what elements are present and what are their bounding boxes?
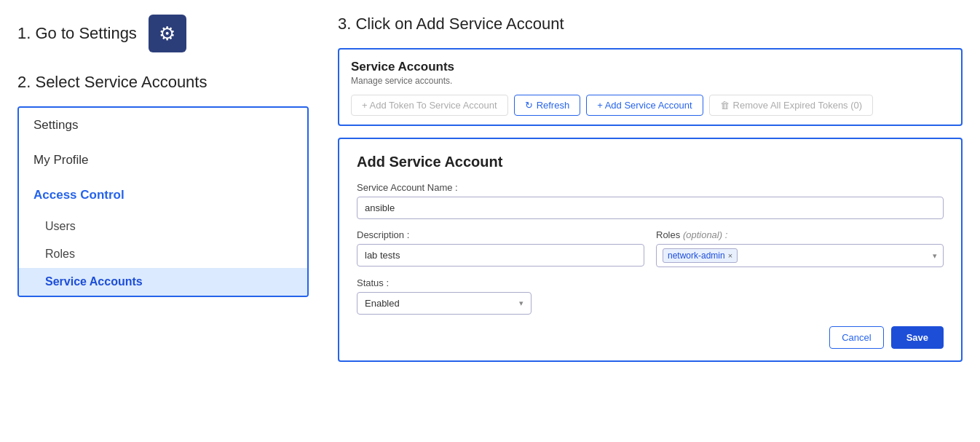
step-1: 1. Go to Settings ⚙	[17, 15, 309, 52]
refresh-button[interactable]: ↻ Refresh	[514, 95, 581, 116]
role-tag-close-icon[interactable]: ×	[728, 251, 732, 260]
status-form-group: Status : Enabled ▾	[357, 277, 944, 315]
right-column: 3. Click on Add Service Account Service …	[338, 15, 963, 427]
sidebar-item-users[interactable]: Users	[19, 213, 307, 240]
step-3-label: 3. Click on Add Service Account	[338, 15, 963, 33]
step-1-label: 1. Go to Settings	[17, 24, 137, 43]
sidebar-item-my-profile[interactable]: My Profile	[19, 143, 307, 178]
settings-gear-icon[interactable]: ⚙	[149, 15, 186, 52]
status-label: Status :	[357, 277, 944, 288]
description-label: Description :	[357, 229, 644, 240]
left-column: 1. Go to Settings ⚙ 2. Select Service Ac…	[17, 15, 309, 427]
roles-chevron-icon: ▾	[933, 251, 937, 261]
step-2: 2. Select Service Accounts	[17, 73, 309, 92]
cancel-button[interactable]: Cancel	[829, 326, 883, 349]
sidebar-section-access-control: Access Control	[19, 178, 307, 213]
panel-toolbar: + Add Token To Service Account ↻ Refresh…	[351, 95, 949, 116]
name-form-group: Service Account Name :	[357, 182, 944, 219]
role-tag-network-admin: network-admin ×	[663, 248, 738, 263]
description-input[interactable]	[357, 244, 644, 267]
step-2-label: 2. Select Service Accounts	[17, 73, 207, 91]
add-token-button[interactable]: + Add Token To Service Account	[351, 95, 508, 116]
refresh-icon: ↻	[525, 100, 533, 111]
panel-title: Service Accounts	[351, 60, 949, 74]
status-select[interactable]: Enabled ▾	[357, 292, 532, 315]
sidebar-panel: Settings My Profile Access Control Users…	[17, 106, 309, 297]
roles-input[interactable]: network-admin × ▾	[656, 244, 944, 267]
sidebar-item-roles[interactable]: Roles	[19, 240, 307, 268]
panel-subtitle: Manage service accounts.	[351, 76, 949, 86]
modal-title: Add Service Account	[357, 154, 944, 170]
status-value: Enabled	[365, 298, 519, 309]
remove-expired-tokens-button[interactable]: 🗑 Remove All Expired Tokens (0)	[709, 95, 874, 116]
name-label: Service Account Name :	[357, 182, 944, 193]
sidebar-item-service-accounts[interactable]: Service Accounts	[19, 268, 307, 296]
status-chevron-icon: ▾	[519, 299, 523, 308]
modal-footer: Cancel Save	[357, 326, 944, 349]
service-accounts-panel: Service Accounts Manage service accounts…	[338, 48, 963, 126]
add-service-account-modal: Add Service Account Service Account Name…	[338, 138, 963, 362]
trash-icon: 🗑	[720, 100, 730, 111]
roles-label: Roles (optional) :	[656, 229, 944, 240]
roles-form-group: Roles (optional) : network-admin × ▾	[656, 229, 944, 267]
save-button[interactable]: Save	[891, 326, 944, 349]
description-roles-row: Description : Roles (optional) : network…	[357, 229, 944, 277]
sidebar-item-settings[interactable]: Settings	[19, 108, 307, 143]
add-service-account-button[interactable]: + Add Service Account	[586, 95, 703, 116]
service-account-name-input[interactable]	[357, 197, 944, 219]
description-form-group: Description :	[357, 229, 644, 267]
